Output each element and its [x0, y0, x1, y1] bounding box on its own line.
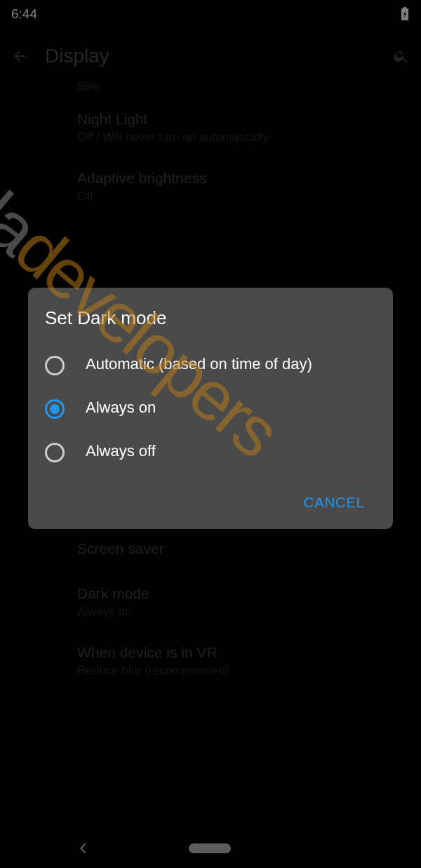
radio-option-always-off[interactable]: Always off [45, 430, 376, 474]
radio-button-selected-icon [45, 399, 65, 419]
radio-label: Always off [86, 441, 156, 462]
cancel-button[interactable]: Cancel [293, 486, 376, 519]
dialog-title: Set Dark mode [45, 307, 376, 329]
radio-option-always-on[interactable]: Always on [45, 387, 376, 430]
radio-button-icon [45, 443, 65, 462]
dark-mode-dialog: Set Dark mode Automatic (based on time o… [28, 288, 393, 529]
radio-label: Automatic (based on time of day) [86, 354, 312, 375]
radio-label: Always on [86, 398, 156, 418]
radio-button-icon [45, 356, 65, 375]
radio-option-automatic[interactable]: Automatic (based on time of day) [45, 343, 376, 387]
